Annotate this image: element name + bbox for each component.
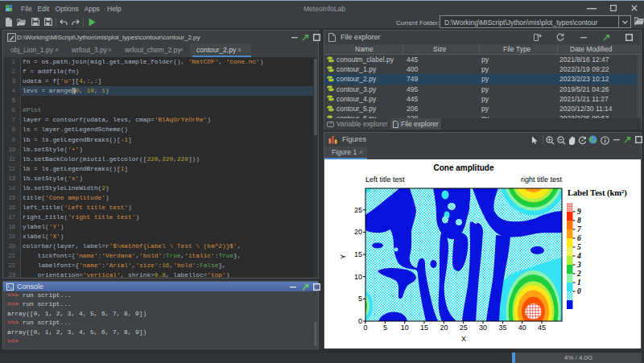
svg-text:7: 7 bbox=[577, 225, 582, 233]
svg-text:25: 25 bbox=[354, 206, 362, 214]
svg-text:6: 6 bbox=[577, 234, 581, 242]
svg-text:10: 10 bbox=[401, 324, 409, 332]
svg-text:1: 1 bbox=[577, 278, 581, 287]
svg-text:25: 25 bbox=[460, 324, 468, 332]
svg-text:Y: Y bbox=[339, 254, 347, 259]
svg-text:0: 0 bbox=[577, 287, 581, 295]
svg-text:3: 3 bbox=[576, 261, 581, 269]
svg-text:5: 5 bbox=[358, 295, 362, 303]
svg-text:9: 9 bbox=[577, 208, 581, 216]
svg-text:30: 30 bbox=[479, 324, 487, 332]
svg-text:5: 5 bbox=[577, 243, 581, 251]
svg-text:45: 45 bbox=[538, 324, 546, 332]
svg-text:10: 10 bbox=[354, 273, 362, 281]
svg-text:Left title test: Left title test bbox=[365, 175, 405, 184]
svg-text:5: 5 bbox=[383, 324, 387, 332]
svg-text:20: 20 bbox=[440, 324, 448, 332]
svg-text:0: 0 bbox=[358, 317, 362, 325]
svg-text:2: 2 bbox=[576, 270, 581, 278]
svg-text:8: 8 bbox=[577, 217, 581, 225]
svg-text:0: 0 bbox=[363, 324, 367, 332]
svg-text:X: X bbox=[461, 335, 466, 343]
svg-text:right title test: right title test bbox=[521, 175, 563, 184]
svg-text:15: 15 bbox=[420, 324, 428, 332]
svg-text:Label Test (km²): Label Test (km²) bbox=[568, 188, 627, 198]
svg-text:40: 40 bbox=[518, 324, 526, 332]
svg-text:15: 15 bbox=[354, 250, 362, 258]
svg-text:20: 20 bbox=[354, 228, 362, 236]
svg-text:4: 4 bbox=[576, 252, 581, 260]
svg-text:35: 35 bbox=[498, 324, 506, 332]
svg-text:Cone amplitude: Cone amplitude bbox=[433, 163, 493, 172]
